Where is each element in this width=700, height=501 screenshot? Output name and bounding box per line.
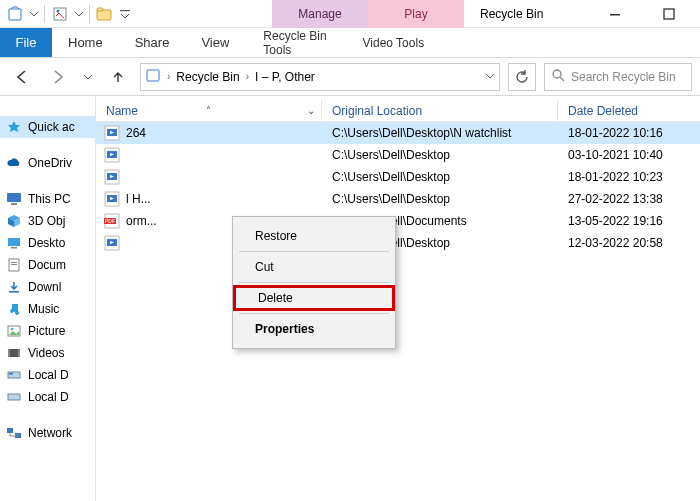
qat-separator xyxy=(89,5,90,23)
file-row[interactable]: C:\Users\Dell\Desktop03-10-2021 10:40 xyxy=(96,144,700,166)
column-date-deleted[interactable]: Date Deleted xyxy=(558,100,700,121)
column-dropdown-icon[interactable]: ⌄ xyxy=(307,105,321,116)
file-row[interactable]: l H...C:\Users\Dell\Desktop27-02-2022 13… xyxy=(96,188,700,210)
context-properties[interactable]: Properties xyxy=(233,316,395,342)
refresh-button[interactable] xyxy=(508,63,536,91)
recycle-bin-icon[interactable] xyxy=(4,3,26,25)
properties-icon[interactable] xyxy=(49,3,71,25)
search-placeholder: Search Recycle Bin xyxy=(571,70,676,84)
maximize-button[interactable] xyxy=(654,3,684,25)
video-file-icon xyxy=(104,147,120,163)
column-original-location[interactable]: Original Location xyxy=(322,100,558,121)
qat-separator xyxy=(44,5,45,23)
file-list: Name ˄ ⌄ Original Location Date Deleted … xyxy=(96,96,700,501)
tab-share[interactable]: Share xyxy=(119,28,186,57)
title-bar: Manage Play Recycle Bin xyxy=(0,0,700,28)
tab-recycle-bin-tools[interactable]: Recycle Bin Tools xyxy=(249,28,345,57)
video-file-icon xyxy=(104,125,120,141)
nav-label: Downl xyxy=(28,280,61,294)
svg-text:PDF: PDF xyxy=(105,218,115,224)
nav-local-disk-1[interactable]: Local D xyxy=(0,364,95,386)
nav-label: Music xyxy=(28,302,59,316)
minimize-button[interactable] xyxy=(600,3,630,25)
svg-rect-26 xyxy=(8,394,20,400)
nav-local-disk-2[interactable]: Local D xyxy=(0,386,95,408)
nav-music[interactable]: Music xyxy=(0,298,95,320)
video-file-icon xyxy=(104,191,120,207)
context-separator xyxy=(239,251,389,252)
context-restore[interactable]: Restore xyxy=(233,223,395,249)
cube-icon xyxy=(6,213,22,229)
nav-label: Local D xyxy=(28,368,69,382)
file-original-location: C:\Users\Dell\Desktop xyxy=(322,148,558,162)
desktop-icon xyxy=(6,235,22,251)
chevron-right-icon[interactable]: › xyxy=(167,71,170,82)
forward-button[interactable] xyxy=(44,63,72,91)
file-tab[interactable]: File xyxy=(0,28,52,57)
svg-rect-14 xyxy=(11,247,17,249)
download-icon xyxy=(6,279,22,295)
navigation-pane: Quick ac OneDriv This PC 3D Obj Deskto D… xyxy=(0,96,96,501)
column-label: Date Deleted xyxy=(568,104,638,118)
tab-home[interactable]: Home xyxy=(52,28,119,57)
nav-label: OneDriv xyxy=(28,156,72,170)
nav-pictures[interactable]: Picture xyxy=(0,320,95,342)
address-bar[interactable]: › Recycle Bin › I – P, Other xyxy=(140,63,500,91)
sort-ascending-icon: ˄ xyxy=(206,105,211,116)
nav-label: Quick ac xyxy=(28,120,75,134)
svg-rect-18 xyxy=(9,291,19,293)
breadcrumb-recycle-bin[interactable]: Recycle Bin xyxy=(176,70,239,84)
qat-dropdown-icon[interactable] xyxy=(73,3,85,25)
tab-video-tools[interactable]: Video Tools xyxy=(345,28,441,57)
nav-network[interactable]: Network xyxy=(0,422,95,444)
nav-onedrive[interactable]: OneDriv xyxy=(0,152,95,174)
nav-label: Deskto xyxy=(28,236,65,250)
main-area: Quick ac OneDriv This PC 3D Obj Deskto D… xyxy=(0,96,700,501)
nav-3d-objects[interactable]: 3D Obj xyxy=(0,210,95,232)
search-box[interactable]: Search Recycle Bin xyxy=(544,63,692,91)
file-name: orm... xyxy=(126,214,157,228)
nav-this-pc[interactable]: This PC xyxy=(0,188,95,210)
nav-desktop[interactable]: Deskto xyxy=(0,232,95,254)
svg-rect-12 xyxy=(11,203,17,205)
qat-dropdown-icon[interactable] xyxy=(28,3,40,25)
context-cut[interactable]: Cut xyxy=(233,254,395,280)
music-icon xyxy=(6,301,22,317)
new-folder-icon[interactable] xyxy=(94,3,116,25)
file-date-deleted: 03-10-2021 10:40 xyxy=(558,148,700,162)
qat-customize-icon[interactable] xyxy=(118,3,132,25)
file-row[interactable]: C:\Users\Dell\Desktop18-01-2022 10:23 xyxy=(96,166,700,188)
up-button[interactable] xyxy=(104,63,132,91)
svg-rect-24 xyxy=(8,372,20,378)
nav-label: Docum xyxy=(28,258,66,272)
address-toolbar: › Recycle Bin › I – P, Other Search Recy… xyxy=(0,58,700,96)
nav-quick-access[interactable]: Quick ac xyxy=(0,116,95,138)
address-dropdown-icon[interactable] xyxy=(485,70,495,84)
nav-documents[interactable]: Docum xyxy=(0,254,95,276)
svg-rect-5 xyxy=(120,10,130,11)
column-label: Original Location xyxy=(332,104,422,118)
file-name: 264 xyxy=(126,126,146,140)
context-delete[interactable]: Delete xyxy=(233,285,395,311)
recent-locations-button[interactable] xyxy=(80,63,96,91)
svg-point-2 xyxy=(57,9,60,12)
breadcrumb-group[interactable]: I – P, Other xyxy=(255,70,315,84)
nav-label: Videos xyxy=(28,346,64,360)
ribbon-tabs: File Home Share View Recycle Bin Tools V… xyxy=(0,28,700,58)
cloud-icon xyxy=(6,155,22,171)
svg-rect-4 xyxy=(97,8,103,11)
column-name[interactable]: Name ˄ ⌄ xyxy=(96,100,322,121)
tab-view[interactable]: View xyxy=(185,28,245,57)
nav-videos[interactable]: Videos xyxy=(0,342,95,364)
svg-rect-25 xyxy=(9,373,13,375)
file-row[interactable]: PDF orm...C:\Users\Dell\Documents13-05-2… xyxy=(96,210,700,232)
file-rows: 264C:\Users\Dell\Desktop\N watchlist18-0… xyxy=(96,122,700,254)
file-row[interactable]: C:\Users\Dell\Desktop12-03-2022 20:58 xyxy=(96,232,700,254)
chevron-right-icon[interactable]: › xyxy=(246,71,249,82)
star-icon xyxy=(6,119,22,135)
file-row[interactable]: 264C:\Users\Dell\Desktop\N watchlist18-0… xyxy=(96,122,700,144)
file-original-location: C:\Users\Dell\Desktop\N watchlist xyxy=(322,126,558,140)
nav-downloads[interactable]: Downl xyxy=(0,276,95,298)
back-button[interactable] xyxy=(8,63,36,91)
file-date-deleted: 27-02-2022 13:38 xyxy=(558,192,700,206)
